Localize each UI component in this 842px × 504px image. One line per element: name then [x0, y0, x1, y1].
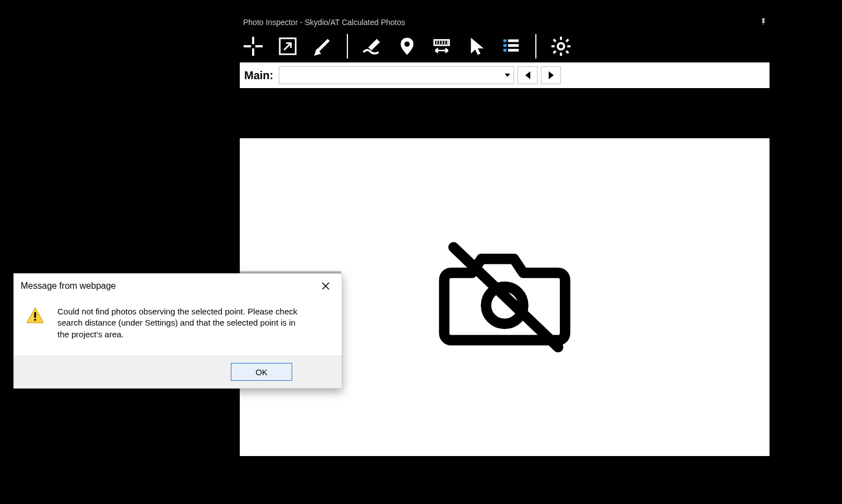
toolbar-separator — [347, 34, 348, 59]
location-pin-button[interactable] — [396, 35, 418, 57]
warning-icon — [26, 307, 44, 340]
svg-point-5 — [404, 41, 410, 47]
previous-button[interactable] — [517, 66, 538, 84]
dialog-titlebar: Message from webpage — [14, 274, 342, 298]
open-external-button[interactable] — [277, 35, 299, 57]
svg-rect-14 — [504, 44, 507, 47]
measure-button[interactable] — [430, 35, 453, 57]
dialog-message: Could not find photos observing the sele… — [57, 306, 308, 340]
main-selector-row: Main: — [240, 62, 770, 89]
inspector-title: Photo Inspector - Skydio/AT Calculated P… — [243, 18, 761, 27]
brush-button[interactable] — [311, 35, 333, 57]
main-dropdown[interactable] — [279, 66, 514, 84]
svg-rect-29 — [34, 319, 36, 321]
center-crosshair-button[interactable] — [242, 35, 264, 57]
svg-rect-24 — [565, 38, 569, 42]
main-label: Main: — [244, 69, 273, 82]
svg-rect-20 — [551, 45, 555, 47]
edit-brush-button[interactable] — [361, 35, 384, 57]
svg-rect-12 — [504, 40, 507, 42]
no-photo-icon — [435, 226, 574, 368]
next-button[interactable] — [541, 66, 561, 84]
inspector-toolbar — [240, 30, 770, 62]
svg-rect-21 — [567, 45, 570, 47]
svg-rect-22 — [553, 38, 557, 42]
ok-button[interactable]: OK — [231, 363, 292, 381]
chevron-down-icon — [505, 74, 510, 77]
ok-button-label: OK — [255, 367, 268, 377]
viewport-gap — [240, 89, 770, 138]
inspector-titlebar: Photo Inspector - Skydio/AT Calculated P… — [240, 14, 770, 30]
pin-icon[interactable] — [761, 18, 766, 27]
photo-inspector-panel: Photo Inspector - Skydio/AT Calculated P… — [240, 14, 770, 456]
svg-rect-18 — [560, 37, 562, 40]
toolbar-separator — [535, 34, 536, 59]
svg-rect-19 — [560, 52, 562, 56]
settings-button[interactable] — [550, 35, 572, 57]
cursor-button[interactable] — [465, 35, 487, 57]
svg-rect-28 — [34, 312, 36, 318]
list-view-button[interactable] — [500, 35, 522, 57]
svg-rect-13 — [508, 40, 519, 42]
message-dialog: Message from webpage Could not find phot… — [13, 273, 342, 389]
svg-rect-25 — [553, 50, 557, 54]
svg-rect-23 — [565, 50, 569, 54]
dialog-title: Message from webpage — [21, 281, 116, 291]
close-button[interactable] — [316, 278, 335, 294]
svg-rect-15 — [508, 44, 519, 47]
svg-rect-17 — [508, 49, 519, 52]
svg-rect-16 — [504, 49, 507, 52]
dialog-footer: OK — [14, 356, 342, 388]
